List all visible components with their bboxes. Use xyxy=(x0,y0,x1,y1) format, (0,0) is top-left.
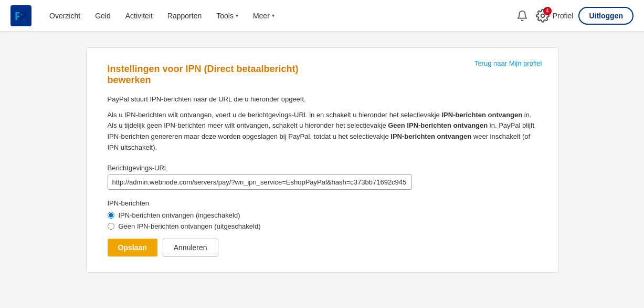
nav-right: 4 Profiel Uitloggen xyxy=(514,7,634,25)
radio-ipn-on-label[interactable]: IPN-berichten ontvangen (ingeschakeld) xyxy=(119,211,240,219)
description-2: Als u IPN-berichten wilt ontvangen, voer… xyxy=(108,110,537,153)
svg-point-3 xyxy=(541,14,545,17)
navbar: P P Overzicht Geld Activiteit Rapporten … xyxy=(0,0,644,32)
footer: Hulp nodig? Kosten Veiligheid Info Ontwi… xyxy=(0,304,644,308)
nav-meer[interactable]: Meer ▾ xyxy=(246,7,282,24)
radio-ipn-on[interactable] xyxy=(108,212,114,219)
nav-links: Overzicht Geld Activiteit Rapporten Tool… xyxy=(42,7,514,24)
page-title: Instellingen voor IPN (Direct betaalberi… xyxy=(108,64,537,86)
notification-badge: 4 xyxy=(543,7,552,15)
button-row: Opslaan Annuleren xyxy=(108,239,537,256)
radio-ipn-off[interactable] xyxy=(108,223,114,230)
profile-label: Profiel xyxy=(553,12,574,20)
opslaan-button[interactable]: Opslaan xyxy=(108,239,157,256)
paypal-logo[interactable]: P P xyxy=(10,5,31,26)
url-label: Berichtgevings-URL xyxy=(108,164,537,172)
description-1: PayPal stuurt IPN-berichten naar de URL … xyxy=(108,94,537,105)
meer-chevron-icon: ▾ xyxy=(272,13,275,18)
radio-option-2-row: Geen IPN-berichten ontvangen (uitgeschak… xyxy=(108,222,537,230)
notification-bell[interactable] xyxy=(514,7,531,24)
radio-ipn-off-label[interactable]: Geen IPN-berichten ontvangen (uitgeschak… xyxy=(119,222,261,230)
tools-chevron-icon: ▾ xyxy=(236,13,238,18)
nav-geld[interactable]: Geld xyxy=(88,7,118,24)
nav-tools[interactable]: Tools ▾ xyxy=(209,7,246,24)
back-link[interactable]: Terug naar Mijn profiel xyxy=(474,59,542,67)
ipn-label: IPN-berichten xyxy=(108,199,537,207)
uitloggen-button[interactable]: Uitloggen xyxy=(578,7,634,25)
radio-option-1-row: IPN-berichten ontvangen (ingeschakeld) xyxy=(108,211,537,219)
svg-text:P: P xyxy=(19,9,27,23)
annuleren-button[interactable]: Annuleren xyxy=(163,239,218,256)
ipn-settings-card: Terug naar Mijn profiel Instellingen voo… xyxy=(86,47,558,273)
main-content: Terug naar Mijn profiel Instellingen voo… xyxy=(7,32,637,289)
nav-activiteit[interactable]: Activiteit xyxy=(118,7,160,24)
profile-menu[interactable]: 4 Profiel xyxy=(536,9,574,23)
nav-rapporten[interactable]: Rapporten xyxy=(160,7,209,24)
url-input[interactable] xyxy=(108,174,412,190)
nav-overzicht[interactable]: Overzicht xyxy=(42,7,88,24)
